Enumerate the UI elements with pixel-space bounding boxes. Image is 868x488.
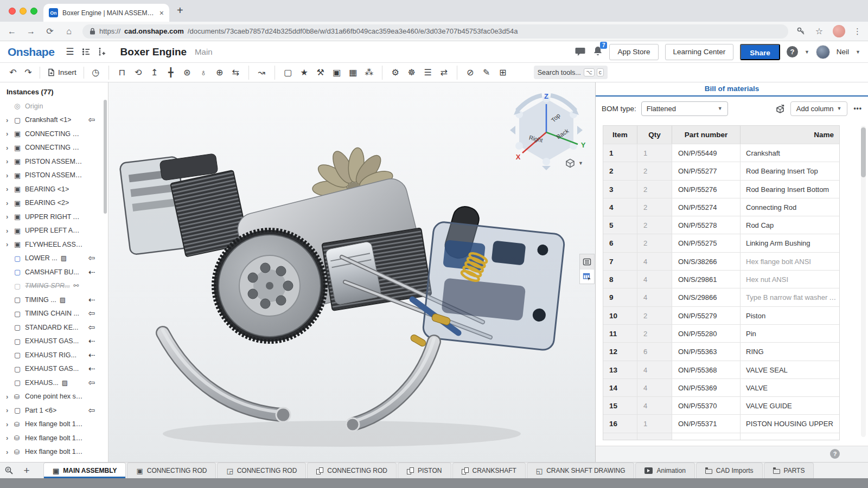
instance-row[interactable]: › TIMING CHAIN ... bbox=[0, 307, 108, 321]
instance-row[interactable]: › Hex flange bolt 1/4-28... bbox=[0, 418, 108, 432]
browser-tab[interactable]: On Boxer Engine | MAIN ASSEMBL × bbox=[43, 4, 169, 22]
bom-row[interactable]: 2 2 ON/P/55277 Rod Bearing Insert Top bbox=[603, 162, 839, 179]
undo-icon[interactable]: ↶ bbox=[5, 67, 21, 78]
bookmark-star-icon[interactable]: ☆ bbox=[814, 26, 825, 36]
tab-close-icon[interactable]: × bbox=[159, 9, 164, 17]
expand-chevron-icon[interactable]: › bbox=[6, 434, 14, 442]
cylindrical-mate-icon[interactable]: ⊕ bbox=[212, 66, 228, 80]
document-title[interactable]: Boxer Engine bbox=[120, 46, 187, 58]
document-tab[interactable]: PARTS bbox=[764, 463, 814, 478]
instance-row[interactable]: › Part 1 <6> bbox=[0, 403, 108, 418]
bom-row[interactable]: 17 1 ON/P/55372 ROCKER ARM COATING PIN bbox=[603, 433, 839, 440]
bom-row[interactable]: 10 2 ON/P/55279 Piston bbox=[603, 306, 839, 324]
col-header-item[interactable]: Item bbox=[603, 126, 637, 144]
sidebar-scrollbar[interactable] bbox=[104, 100, 107, 214]
back-icon[interactable]: ← bbox=[7, 27, 17, 36]
add-tab-button[interactable]: + bbox=[18, 463, 35, 478]
fastened-mate-icon[interactable]: ⊓ bbox=[114, 66, 130, 80]
bom-row[interactable]: 6 2 ON/P/55275 Linking Arm Bushing bbox=[603, 234, 839, 252]
bom-row[interactable]: 15 4 ON/P/55370 VALVE GUIDE bbox=[603, 396, 839, 414]
col-header-part-number[interactable]: Part number bbox=[672, 126, 741, 144]
expand-chevron-icon[interactable]: › bbox=[6, 420, 14, 428]
instance-row[interactable]: › FLYWHEEL ASSEMBL... bbox=[0, 237, 108, 252]
user-menu-caret-icon[interactable]: ▼ bbox=[856, 49, 860, 55]
linear-pattern-icon[interactable]: ▦ bbox=[345, 66, 361, 80]
window-minimize-button[interactable] bbox=[20, 8, 27, 15]
instance-row[interactable]: › Cone point hex socket ... bbox=[0, 390, 108, 404]
expand-chevron-icon[interactable]: › bbox=[6, 393, 14, 401]
instance-row[interactable]: › Origin bbox=[0, 99, 108, 113]
expand-chevron-icon[interactable]: › bbox=[6, 227, 14, 235]
bom-row[interactable]: 9 4 ON/S/29866 Type B narrow flat washer… bbox=[603, 288, 839, 306]
slider-mate-icon[interactable]: ↥ bbox=[146, 66, 163, 80]
view-options-button[interactable]: ▼ bbox=[565, 158, 583, 168]
instance-row[interactable]: › STANDARD KE... bbox=[0, 320, 108, 335]
instance-row[interactable]: › LOWER ... bbox=[0, 252, 108, 266]
help-mini-button[interactable]: ? bbox=[830, 449, 840, 459]
export-bom-icon[interactable] bbox=[775, 104, 786, 114]
expand-chevron-icon[interactable]: › bbox=[6, 240, 14, 248]
col-header-name[interactable]: Name bbox=[741, 126, 839, 144]
new-tab-button[interactable]: + bbox=[177, 4, 183, 17]
comments-icon[interactable] bbox=[575, 47, 586, 57]
tangent-mate-icon[interactable]: ↝ bbox=[254, 66, 275, 80]
expand-chevron-icon[interactable]: › bbox=[6, 213, 14, 221]
instance-row[interactable]: › EXHAUST GAS... bbox=[0, 335, 108, 349]
configurations-icon[interactable]: ⚙ bbox=[387, 66, 404, 80]
onshape-logo[interactable]: Onshape bbox=[8, 46, 54, 59]
parallel-mate-icon[interactable]: ⇆ bbox=[228, 66, 249, 80]
section-view-icon[interactable]: ⊘ bbox=[462, 66, 478, 80]
instance-row[interactable]: › CONNECTING ROD AS... bbox=[0, 141, 108, 155]
bom-table-toggle-button[interactable] bbox=[580, 269, 594, 284]
ball-mate-icon[interactable]: ⊛ bbox=[179, 66, 195, 80]
exploded-view-icon[interactable]: ☸ bbox=[404, 66, 420, 80]
document-tab[interactable]: CONNECTING ROD bbox=[127, 463, 216, 478]
bom-row[interactable]: 8 4 ON/S/29861 Hex nut ANSI bbox=[603, 270, 839, 288]
instance-row[interactable]: › CAMSHAFT BU... bbox=[0, 265, 108, 279]
forward-icon[interactable]: → bbox=[25, 27, 36, 36]
document-tab[interactable]: CAD Imports bbox=[696, 463, 763, 478]
help-button[interactable]: ? bbox=[787, 46, 798, 57]
window-zoom-button[interactable] bbox=[30, 8, 37, 15]
instance-row[interactable]: › TIMING SPR... bbox=[0, 279, 108, 293]
col-header-qty[interactable]: Qty bbox=[637, 126, 672, 144]
instance-row[interactable]: › BEARING <1> bbox=[0, 182, 108, 196]
box-select-icon[interactable]: ▢ bbox=[280, 66, 296, 80]
search-tabs-button[interactable] bbox=[0, 463, 18, 478]
redo-icon[interactable]: ↷ bbox=[21, 67, 36, 78]
instance-row[interactable]: › Hex flange bolt 1/4-28... bbox=[0, 445, 108, 459]
instance-row[interactable]: › TIMING ... bbox=[0, 293, 108, 307]
instance-row[interactable]: › PISTON ASSEMBLY <... bbox=[0, 169, 108, 183]
follow-mode-icon[interactable] bbox=[98, 47, 106, 56]
instance-row[interactable]: › UPPER RIGHT ASSEM... bbox=[0, 210, 108, 224]
document-tab[interactable]: PISTON bbox=[398, 463, 451, 478]
instance-row[interactable]: › UPPER LEFT ASSEM... bbox=[0, 224, 108, 238]
expand-chevron-icon[interactable]: › bbox=[6, 116, 14, 124]
bom-overflow-menu-icon[interactable]: ••• bbox=[853, 105, 862, 112]
instance-row[interactable]: › Hex flange bolt 1/4-28... bbox=[0, 431, 108, 445]
bom-row[interactable]: 5 2 ON/P/55278 Rod Cap bbox=[603, 216, 839, 234]
instance-row[interactable]: › EXHAUST RIG... bbox=[0, 348, 108, 362]
main-menu-icon[interactable]: ☰ bbox=[66, 46, 74, 57]
expand-chevron-icon[interactable]: › bbox=[6, 185, 14, 193]
planar-mate-icon[interactable]: ╋ bbox=[163, 66, 179, 80]
parts-list-icon[interactable]: ⊞ bbox=[495, 66, 511, 80]
expand-chevron-icon[interactable]: › bbox=[6, 130, 14, 138]
password-key-icon[interactable] bbox=[796, 27, 806, 36]
app-store-button[interactable]: App Store bbox=[609, 44, 658, 60]
assembly-feature-icon[interactable]: ⚒ bbox=[312, 66, 329, 80]
bom-row[interactable]: 1 1 ON/P/55449 Crankshaft bbox=[603, 144, 839, 162]
document-tab[interactable]: Animation bbox=[635, 463, 694, 478]
instance-row[interactable]: › BEARING <2> bbox=[0, 196, 108, 210]
named-positions-icon[interactable]: ☰ bbox=[420, 66, 436, 80]
insert-button[interactable]: Insert bbox=[44, 68, 80, 76]
workspace-name[interactable]: Main bbox=[195, 47, 213, 56]
bom-row[interactable]: 16 1 ON/P/55371 PISTON HOUSING UPPER bbox=[603, 414, 839, 432]
home-icon[interactable]: ⌂ bbox=[63, 27, 74, 36]
bom-row[interactable]: 3 2 ON/P/55276 Rod Bearing Insert Bottom bbox=[603, 180, 839, 198]
reload-icon[interactable]: ⟳ bbox=[44, 26, 55, 36]
browser-profile-avatar[interactable] bbox=[833, 25, 845, 37]
bom-row[interactable]: 13 4 ON/P/55368 VALVE SEAL bbox=[603, 361, 839, 378]
circular-pattern-icon[interactable]: ⁂ bbox=[361, 66, 382, 80]
pin-slot-mate-icon[interactable]: ♁ bbox=[195, 66, 212, 80]
